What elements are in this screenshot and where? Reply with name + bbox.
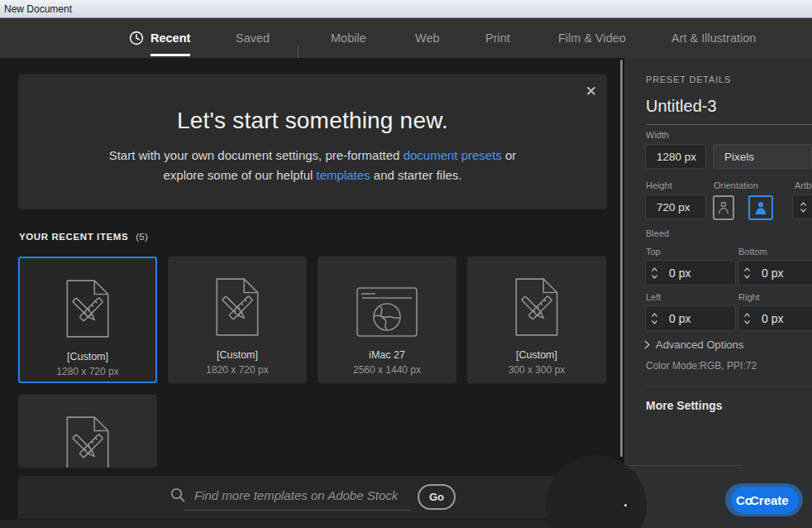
portrait-person-icon — [717, 199, 730, 216]
stepper-up-icon — [651, 267, 658, 271]
hero-title: Let's start something new. — [18, 108, 607, 134]
bleed-top-value: 0 px — [662, 266, 690, 280]
orientation-portrait-button[interactable] — [713, 195, 734, 220]
stepper-icons[interactable] — [738, 267, 755, 279]
card-dimensions: 1820 x 720 px — [168, 364, 307, 376]
height-input[interactable]: 720 px — [645, 194, 706, 219]
close-icon[interactable]: ✕ — [585, 84, 597, 98]
bottom-strip — [0, 520, 619, 528]
bleed-right-value: 0 px — [755, 312, 783, 325]
tab-label: Web — [415, 31, 440, 45]
tab-art-illustration[interactable]: Art & Illustration — [671, 18, 756, 58]
stepper-up-icon — [743, 313, 751, 317]
bleed-right-input[interactable]: 0 px — [738, 305, 812, 331]
panel-bottom-divider — [624, 465, 742, 466]
search-input[interactable] — [194, 488, 409, 502]
recent-item-card[interactable] — [18, 395, 157, 468]
tab-film-video[interactable]: Film & Video — [558, 18, 626, 58]
tab-mobile[interactable]: Mobile — [331, 18, 366, 58]
units-value: Pixels — [714, 151, 754, 163]
orientation-landscape-button[interactable] — [748, 195, 773, 220]
card-dimensions: 2560 x 1440 px — [318, 364, 456, 376]
create-button[interactable]: Co Create — [731, 487, 799, 514]
tab-print[interactable]: Print — [485, 18, 510, 58]
landscape-person-icon — [753, 199, 768, 216]
card-name: [Custom] — [168, 349, 307, 361]
card-dimensions: 1280 x 720 px — [20, 366, 155, 377]
height-label: Height — [646, 180, 672, 190]
recent-item-card[interactable]: [Custom] 300 x 300 px — [467, 257, 606, 383]
main-content: ✕ Let's start something new. Start with … — [0, 58, 619, 528]
hero-banner: ✕ Let's start something new. Start with … — [18, 74, 607, 209]
units-select[interactable]: Pixels — [713, 144, 812, 169]
stepper-down-icon — [651, 320, 658, 324]
hero-text: or — [502, 148, 517, 162]
chevron-right-icon — [644, 340, 650, 349]
stepper-icons[interactable] — [646, 267, 662, 279]
templates-link[interactable]: templates — [317, 168, 370, 182]
recent-item-card[interactable]: iMac 27 2560 x 1440 px — [318, 257, 456, 383]
tab-recent[interactable]: Recent — [129, 18, 190, 58]
tab-saved[interactable]: Saved — [236, 18, 270, 58]
advanced-options-toggle[interactable]: Advanced Options — [644, 338, 743, 351]
hero-subtitle: Start with your own document settings, p… — [18, 146, 607, 185]
small-dot-artifact — [624, 504, 627, 506]
stepper-down-icon — [743, 320, 751, 324]
more-settings-button[interactable]: More Settings — [646, 399, 723, 412]
bleed-bottom-label: Bottom — [738, 247, 767, 257]
document-ruler-pencil-icon — [168, 277, 307, 337]
preset-details-panel: PRESET DETAILS Untitled-3 Width 1280 px … — [624, 58, 812, 528]
bleed-left-label: Left — [646, 292, 661, 302]
stepper-down-icon — [800, 209, 807, 213]
stepper-up-icon — [743, 267, 751, 271]
hero-text: explore some of our helpful — [163, 168, 316, 182]
tab-web[interactable]: Web — [415, 18, 440, 58]
document-name-field[interactable]: Untitled-3 — [646, 97, 717, 116]
width-input[interactable]: 1280 px — [645, 144, 706, 169]
window-title: New Document — [4, 3, 72, 15]
document-ruler-pencil-icon — [18, 415, 157, 468]
document-ruler-pencil-icon — [467, 277, 606, 337]
card-name: [Custom] — [467, 349, 606, 361]
search-underline — [184, 510, 411, 511]
hero-text: and starter files. — [370, 168, 462, 182]
bleed-bottom-value: 0 px — [755, 266, 783, 280]
recent-item-card[interactable]: [Custom] 1820 x 720 px — [168, 257, 307, 383]
stepper-up-icon — [800, 202, 807, 206]
recent-items-count: (5) — [136, 232, 148, 242]
stepper-icons[interactable] — [738, 313, 755, 324]
clock-icon — [129, 31, 144, 46]
bleed-bottom-input[interactable]: 0 px — [738, 260, 812, 286]
tab-label: Mobile — [331, 31, 366, 45]
stepper-down-icon — [651, 275, 658, 279]
tab-label: Film & Video — [558, 31, 626, 45]
recent-items-label: YOUR RECENT ITEMS — [19, 232, 128, 242]
vertical-scrollbar-thumb[interactable] — [620, 60, 623, 457]
search-icon — [170, 487, 186, 503]
document-presets-link[interactable]: document presets — [404, 148, 502, 162]
tab-bar: Recent Saved Mobile Web Print Film & Vid… — [0, 18, 812, 58]
hero-text: Start with your own document settings, p… — [109, 148, 404, 162]
tab-label: Saved — [236, 31, 270, 45]
card-name: iMac 27 — [318, 349, 456, 361]
bleed-left-input[interactable]: 0 px — [645, 305, 736, 331]
bleed-right-label: Right — [738, 292, 760, 302]
panel-divider — [646, 386, 812, 386]
bleed-top-input[interactable]: 0 px — [645, 260, 736, 286]
recent-item-card[interactable]: [Custom] 1280 x 720 px — [18, 257, 157, 383]
recent-items-heading: YOUR RECENT ITEMS(5) — [19, 232, 148, 242]
color-mode-summary: Color Mode:RGB, PPI:72 — [646, 360, 757, 372]
document-ruler-pencil-icon — [20, 279, 155, 338]
height-value: 720 px — [646, 201, 690, 214]
width-value: 1280 px — [646, 151, 696, 163]
bleed-top-label: Top — [646, 247, 661, 257]
stepper-icons[interactable] — [646, 313, 662, 324]
tab-label: Recent — [150, 31, 190, 45]
active-tab-underline — [150, 54, 190, 56]
go-button[interactable]: Go — [418, 484, 456, 510]
stepper-down-icon — [743, 275, 751, 279]
card-name: [Custom] — [20, 351, 155, 362]
bleed-label: Bleed — [646, 228, 669, 238]
tab-label: Print — [485, 31, 510, 45]
artboards-stepper[interactable] — [792, 194, 812, 219]
